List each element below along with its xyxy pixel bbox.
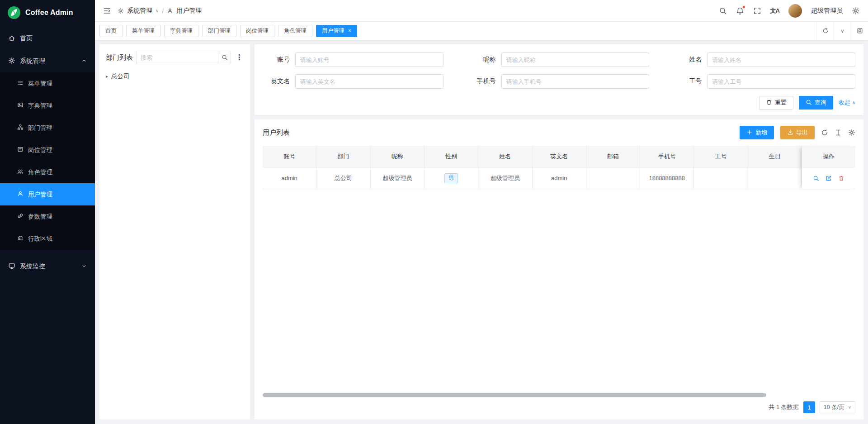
query-button[interactable]: 查询: [799, 96, 833, 110]
app: Coffee Admin 首页 系统管理 菜单管理 字典管理: [0, 0, 868, 424]
user-list-card: 用户列表 新增 导出: [255, 119, 863, 419]
plus-icon: [746, 129, 753, 137]
department-search-input[interactable]: [137, 54, 218, 61]
nickname-input[interactable]: [501, 52, 650, 67]
username[interactable]: 超级管理员: [811, 7, 843, 15]
tab-user-management[interactable]: 用户管理 ×: [316, 25, 357, 37]
phone-input[interactable]: [501, 74, 650, 89]
fullscreen-icon[interactable]: [753, 7, 761, 15]
account-input[interactable]: [295, 52, 443, 67]
more-options-icon[interactable]: ⋮: [235, 54, 244, 61]
sidebar-item-dept-management[interactable]: 部门管理: [0, 117, 95, 139]
tree-node-root[interactable]: ▸ 总公司: [106, 71, 244, 81]
close-icon[interactable]: ×: [348, 28, 351, 33]
settings-gear-icon[interactable]: [852, 7, 860, 15]
job-number-input[interactable]: [707, 74, 855, 89]
sidebar-item-menu-management[interactable]: 菜单管理: [0, 72, 95, 95]
delete-icon[interactable]: [838, 175, 844, 181]
chevron-down-icon: ∨: [156, 9, 159, 13]
main-column: 系统管理 ∨ / 用户管理 文A 超级管理员 首页: [95, 0, 868, 424]
table-empty-space: [263, 189, 855, 393]
row-height-icon[interactable]: [835, 129, 842, 136]
sidebar-item-user-management[interactable]: 用户管理: [0, 183, 95, 205]
sidebar-item-post-management[interactable]: 岗位管理: [0, 139, 95, 161]
picture-icon: [17, 102, 24, 110]
edit-icon[interactable]: [826, 175, 832, 181]
chevron-up-icon: ∧: [852, 100, 855, 105]
sidebar-item-admin-region[interactable]: 行政区域: [0, 228, 95, 250]
user-icon: [167, 8, 173, 14]
filter-field-english-name: 英文名: [263, 74, 443, 89]
cell-name: 超级管理员: [478, 167, 532, 189]
logo: Coffee Admin: [0, 0, 95, 25]
view-icon[interactable]: [813, 175, 819, 181]
field-label: 昵称: [469, 56, 501, 64]
cell-account: admin: [263, 167, 316, 189]
table-header-row: 账号 部门 昵称 性别 姓名 英文名 邮箱 手机号 工号 生日: [263, 146, 802, 167]
tab-menu-management[interactable]: 菜单管理: [126, 25, 160, 37]
name-input[interactable]: [707, 52, 855, 67]
filter-field-name: 姓名: [675, 52, 855, 67]
page-number-button[interactable]: 1: [803, 401, 815, 413]
column-settings-gear-icon[interactable]: [848, 129, 855, 136]
column-header: 姓名: [478, 146, 532, 167]
user-avatar[interactable]: [788, 4, 802, 18]
tab-dict-management[interactable]: 字典管理: [164, 25, 198, 37]
system-management-submenu: 菜单管理 字典管理 部门管理 岗位管理 角色管理: [0, 72, 95, 250]
reset-button[interactable]: 重置: [759, 96, 793, 110]
table-toolbar-actions: 新增 导出: [740, 126, 855, 139]
sidebar-item-system-monitor[interactable]: 系统监控: [0, 255, 95, 278]
tab-home[interactable]: 首页: [99, 25, 123, 37]
top-header: 系统管理 ∨ / 用户管理 文A 超级管理员: [95, 0, 868, 22]
tree-node-label[interactable]: 总公司: [111, 72, 130, 81]
sidebar-item-home[interactable]: 首页: [0, 27, 95, 50]
table-row[interactable]: admin 总公司 超级管理员 男 超级管理员 admin 1888888888…: [263, 167, 802, 189]
header-actions: 文A 超级管理员: [719, 4, 860, 18]
chevron-down-icon[interactable]: ∨: [834, 22, 851, 40]
cell-english-name: admin: [533, 167, 586, 189]
sidebar-item-label: 首页: [20, 34, 33, 43]
page-size-select[interactable]: 10 条/页 ∨: [820, 401, 855, 413]
filter-field-job-number: 工号: [675, 74, 855, 89]
total-count-text: 共 1 条数据: [769, 403, 798, 411]
sidebar-item-label: 参数管理: [28, 213, 52, 221]
column-header: 昵称: [371, 146, 425, 167]
sidebar: Coffee Admin 首页 系统管理 菜单管理 字典管理: [0, 0, 95, 424]
sidebar-item-role-management[interactable]: 角色管理: [0, 161, 95, 183]
collapse-filter-link[interactable]: 收起 ∧: [839, 99, 855, 107]
menu-fold-icon[interactable]: [103, 7, 111, 15]
trash-icon: [766, 99, 772, 107]
sidebar-item-dict-management[interactable]: 字典管理: [0, 95, 95, 117]
tab-dept-management[interactable]: 部门管理: [202, 25, 236, 37]
department-search-box: [137, 51, 231, 64]
sidebar-item-label: 部门管理: [28, 124, 52, 132]
add-button[interactable]: 新增: [740, 126, 774, 139]
search-icon[interactable]: [719, 7, 727, 15]
english-name-input[interactable]: [295, 74, 443, 89]
coffee-logo-icon: [7, 6, 21, 19]
cell-nickname: 超级管理员: [371, 167, 425, 189]
translate-icon[interactable]: 文A: [770, 8, 779, 14]
export-button[interactable]: 导出: [780, 126, 815, 139]
layout-expand-icon[interactable]: [851, 22, 868, 40]
sidebar-item-param-management[interactable]: 参数管理: [0, 205, 95, 228]
department-panel-header: 部门列表 ⋮: [106, 51, 244, 64]
sidebar-item-label: 行政区域: [28, 235, 52, 243]
refresh-icon[interactable]: [816, 22, 834, 40]
right-column: 账号 昵称 姓名 英文名: [255, 44, 863, 419]
field-label: 工号: [675, 77, 707, 86]
breadcrumb-level1[interactable]: 系统管理: [127, 7, 152, 15]
cell-email: [586, 167, 640, 189]
tree-caret-icon[interactable]: ▸: [106, 74, 108, 79]
search-icon[interactable]: [218, 51, 231, 64]
tab-role-management[interactable]: 角色管理: [278, 25, 312, 37]
notification-bell-icon[interactable]: [736, 7, 744, 15]
breadcrumb-level2: 用户管理: [176, 7, 202, 15]
sidebar-item-system-management[interactable]: 系统管理: [0, 50, 95, 72]
gender-tag: 男: [444, 173, 458, 183]
tab-post-management[interactable]: 岗位管理: [240, 25, 274, 37]
sidebar-item-label: 角色管理: [28, 168, 52, 176]
user-table: 账号 部门 昵称 性别 姓名 英文名 邮箱 手机号 工号 生日: [263, 146, 855, 189]
refresh-icon[interactable]: [821, 129, 828, 136]
horizontal-scrollbar[interactable]: [263, 393, 766, 397]
